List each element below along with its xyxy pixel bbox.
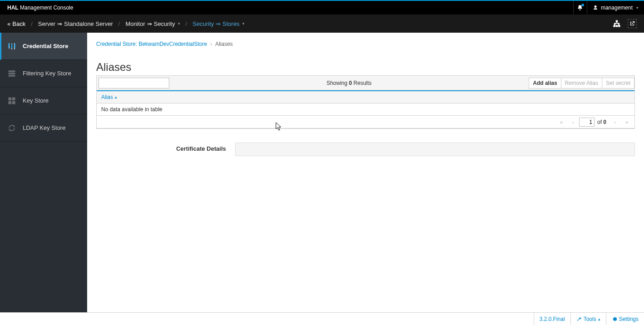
page-prev-button[interactable]: ‹ bbox=[567, 116, 579, 128]
page-breadcrumb: Credential Store: BekwamDevCredentialSto… bbox=[96, 41, 635, 47]
nav-server[interactable]: Server ⇒ Standalone Server bbox=[38, 20, 113, 27]
nav-security-stores[interactable]: Security ⇒ Stores ▾ bbox=[192, 20, 245, 27]
svg-point-9 bbox=[14, 44, 15, 46]
page-first-button[interactable]: « bbox=[556, 116, 567, 128]
chevron-down-icon: ▾ bbox=[636, 5, 639, 10]
nav-arrow-icon: ⇒ bbox=[147, 20, 152, 27]
svg-rect-1 bbox=[614, 25, 615, 27]
svg-rect-11 bbox=[9, 73, 15, 74]
server-icon bbox=[7, 69, 16, 78]
header-bar: HAL Management Console management ▾ bbox=[0, 1, 644, 15]
svg-rect-10 bbox=[9, 70, 15, 72]
certificate-details-label: Certificate Details bbox=[96, 143, 235, 156]
table-toolbar: Showing 0 Results Add alias Remove Alias… bbox=[97, 76, 634, 90]
aliases-table: Showing 0 Results Add alias Remove Alias… bbox=[96, 75, 635, 129]
sidebar-item-label: Filtering Key Store bbox=[23, 70, 71, 77]
nav-breadcrumb: « Back / Server ⇒ Standalone Server / Mo… bbox=[7, 20, 245, 27]
sidebar-item-ldap-key-store[interactable]: LDAP Key Store bbox=[0, 114, 87, 142]
page-last-button[interactable]: » bbox=[621, 116, 633, 128]
user-icon bbox=[593, 5, 598, 10]
svg-rect-2 bbox=[616, 25, 618, 27]
gear-icon bbox=[612, 316, 617, 322]
set-secret-button[interactable]: Set secret bbox=[602, 78, 634, 89]
back-label: Back bbox=[12, 20, 25, 27]
user-menu[interactable]: management ▾ bbox=[587, 1, 644, 15]
sync-icon bbox=[7, 123, 16, 133]
page-current-input[interactable] bbox=[579, 118, 595, 127]
svg-rect-0 bbox=[616, 20, 618, 22]
svg-rect-12 bbox=[9, 75, 15, 76]
page-of-label: of 0 bbox=[597, 119, 606, 125]
svg-rect-16 bbox=[12, 101, 15, 104]
grid-icon bbox=[7, 96, 16, 105]
sidebar-item-credential-store[interactable]: Credential Store bbox=[0, 33, 87, 60]
nav-arrow-icon: ⇒ bbox=[216, 20, 221, 27]
sidebar-item-key-store[interactable]: Key Store bbox=[0, 87, 87, 114]
app-title-bold: HAL bbox=[7, 5, 19, 11]
sidebar-item-label: Key Store bbox=[23, 97, 49, 104]
svg-rect-14 bbox=[12, 97, 15, 100]
footer-version[interactable]: 3.2.0.Final bbox=[534, 313, 570, 325]
svg-point-7 bbox=[8, 44, 10, 45]
notification-dot bbox=[581, 4, 584, 6]
sort-asc-icon: ▴ bbox=[115, 95, 117, 99]
table-header-alias[interactable]: Alias ▴ bbox=[97, 90, 634, 103]
nav-bar: « Back / Server ⇒ Standalone Server / Mo… bbox=[0, 15, 644, 33]
back-chevron-icon: « bbox=[7, 20, 10, 27]
app-title-rest: Management Console bbox=[20, 5, 73, 11]
svg-rect-3 bbox=[619, 25, 620, 27]
nav-separator: / bbox=[186, 20, 187, 27]
back-button[interactable]: « Back bbox=[7, 20, 25, 27]
sliders-icon bbox=[7, 42, 16, 51]
add-alias-button[interactable]: Add alias bbox=[529, 78, 561, 89]
footer-tools[interactable]: Tools ▴ bbox=[570, 313, 606, 325]
sidebar-item-filtering-key-store[interactable]: Filtering Key Store bbox=[0, 60, 87, 87]
results-count: Showing 0 Results bbox=[169, 80, 529, 86]
footer-settings[interactable]: Settings bbox=[606, 313, 644, 325]
app-title: HAL Management Console bbox=[0, 5, 73, 11]
external-link-icon bbox=[629, 20, 635, 27]
wrench-icon bbox=[576, 316, 582, 322]
notifications-button[interactable] bbox=[573, 1, 587, 15]
sitemap-icon bbox=[613, 20, 621, 28]
sidebar-item-label: Credential Store bbox=[23, 43, 68, 49]
topology-button[interactable] bbox=[612, 19, 621, 28]
page-title: Aliases bbox=[96, 61, 635, 74]
table-empty-message: No data available in table bbox=[97, 103, 634, 116]
page-next-button[interactable]: › bbox=[609, 116, 621, 128]
search-input[interactable] bbox=[98, 78, 169, 89]
breadcrumb-link[interactable]: Credential Store: BekwamDevCredentialSto… bbox=[96, 41, 207, 47]
svg-point-8 bbox=[11, 46, 12, 48]
chevron-down-icon: ▾ bbox=[178, 21, 180, 26]
footer: 3.2.0.Final Tools ▴ Settings bbox=[0, 312, 644, 325]
certificate-details-row: Certificate Details bbox=[96, 143, 635, 156]
remove-alias-button[interactable]: Remove Alias bbox=[561, 78, 602, 89]
chevron-down-icon: ▾ bbox=[242, 21, 245, 26]
nav-monitor[interactable]: Monitor ⇒ Security ▾ bbox=[125, 20, 180, 27]
nav-arrow-icon: ⇒ bbox=[57, 20, 62, 27]
toolbar-buttons: Add alias Remove Alias Set secret bbox=[529, 78, 634, 89]
sidebar: Credential Store Filtering Key Store Key… bbox=[0, 33, 87, 312]
pagination: « ‹ of 0 › » bbox=[97, 116, 634, 128]
certificate-details-box bbox=[235, 143, 635, 156]
external-link-button[interactable] bbox=[628, 19, 637, 28]
breadcrumb-separator: › bbox=[210, 41, 212, 47]
column-header-label: Alias bbox=[101, 94, 113, 100]
svg-rect-15 bbox=[9, 101, 12, 104]
user-name: management bbox=[601, 5, 633, 11]
nav-separator: / bbox=[118, 20, 120, 27]
main-content: Credential Store: BekwamDevCredentialSto… bbox=[87, 33, 644, 312]
breadcrumb-current: Aliases bbox=[215, 41, 233, 47]
header-right: management ▾ bbox=[573, 1, 644, 15]
svg-rect-13 bbox=[9, 97, 12, 100]
nav-separator: / bbox=[31, 20, 33, 27]
sidebar-item-label: LDAP Key Store bbox=[23, 124, 65, 131]
nav-right-actions bbox=[612, 19, 637, 28]
chevron-up-icon: ▴ bbox=[598, 317, 600, 321]
